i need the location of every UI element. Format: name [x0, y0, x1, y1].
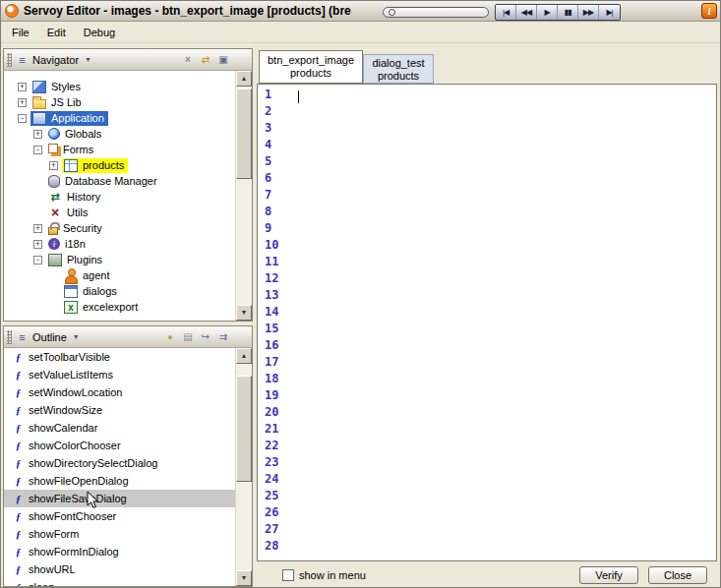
menu-debug[interactable]: Debug — [75, 23, 124, 42]
tree-item-js-lib[interactable]: +JS Lib — [4, 94, 235, 110]
sync-screen-icon[interactable] — [215, 52, 231, 67]
scroll-down-icon[interactable] — [236, 305, 252, 321]
scroll-up-icon[interactable] — [236, 71, 252, 87]
envelope-icon[interactable] — [180, 329, 196, 344]
tab-title: dialog_test — [364, 57, 433, 70]
scrollbar-thumb[interactable] — [236, 88, 252, 179]
tree-item-database-manager[interactable]: Database Manager — [4, 173, 235, 189]
outline-item-showformindialog[interactable]: showFormInDialog — [4, 543, 235, 560]
outline-item-showform[interactable]: showForm — [4, 525, 235, 543]
outline-item-showcolorchooser[interactable]: showColorChooser — [4, 437, 235, 454]
chevron-down-icon[interactable] — [85, 56, 91, 63]
tree-item-agent[interactable]: agent — [4, 267, 235, 283]
outline-label: showFontChooser — [29, 510, 116, 522]
line-number: 10 — [258, 238, 291, 255]
tree-item-utils[interactable]: Utils — [4, 205, 235, 220]
tab-title: btn_export_image — [260, 54, 362, 67]
navigator-toolbar — [180, 52, 231, 67]
menu-edit[interactable]: Edit — [38, 23, 75, 42]
link-with-editor-icon[interactable] — [198, 52, 213, 67]
fast-forward-button[interactable]: ▶▶ — [578, 5, 599, 20]
scroll-up-icon[interactable] — [236, 348, 252, 364]
tree-item-security[interactable]: +Security — [4, 220, 235, 236]
outline-label: setToolbarVisible — [29, 351, 110, 363]
tree-item-globals[interactable]: +Globals — [4, 126, 235, 142]
pause-button[interactable]: ▮▮ — [558, 5, 578, 20]
tree-item-products[interactable]: +products — [4, 157, 235, 173]
navigator-scrollbar[interactable] — [235, 71, 252, 321]
collapse-toggle[interactable]: - — [18, 114, 27, 123]
tree-item-plugins[interactable]: -Plugins — [4, 252, 235, 267]
tree-node: Security — [46, 221, 106, 236]
scrollbar-thumb[interactable] — [236, 376, 252, 482]
collapse-toggle[interactable]: - — [33, 146, 42, 154]
line-number: 25 — [258, 489, 291, 505]
left-column: Navigator +Styles+JS Lib-Application+Glo… — [3, 48, 253, 587]
database-icon — [48, 175, 60, 188]
tree-item-history[interactable]: History — [4, 189, 235, 205]
outline-item-showfilesavedialog[interactable]: showFileSaveDialog — [4, 490, 235, 507]
outline-item-setwindowlocation[interactable]: setWindowLocation — [4, 383, 235, 401]
outline-item-showdirectoryselectdialog[interactable]: showDirectorySelectDialog — [4, 454, 235, 472]
outline-item-settoolbarvisible[interactable]: setToolbarVisible — [4, 348, 235, 366]
scroll-down-icon[interactable] — [236, 570, 252, 586]
rewind-button[interactable]: ◀◀ — [516, 5, 537, 20]
tree-item-forms[interactable]: -Forms — [4, 142, 235, 157]
titlebar[interactable]: Servoy Editor - images - btn_export_imag… — [1, 1, 720, 22]
function-icon — [12, 440, 25, 451]
tree-label: excelexport — [81, 301, 140, 313]
outline-item-sleep[interactable]: sleep — [4, 578, 235, 586]
outline-item-showfontchooser[interactable]: showFontChooser — [4, 507, 235, 525]
outline-item-setwindowsize[interactable]: setWindowSize — [4, 401, 235, 419]
tree-item-application[interactable]: -Application — [4, 110, 235, 126]
slider-thumb-icon[interactable] — [389, 9, 395, 16]
tree-item-i18n[interactable]: +i18n — [4, 236, 235, 252]
verify-button[interactable]: Verify — [579, 566, 638, 584]
function-icon — [12, 351, 25, 363]
function-icon — [12, 581, 25, 586]
info-button[interactable]: i — [701, 3, 717, 19]
panel-grip-icon[interactable] — [7, 330, 12, 344]
outline-panel: Outline setToolbarVisiblesetValueListIte… — [3, 325, 253, 587]
play-button[interactable]: ▶ — [537, 5, 558, 20]
expand-toggle[interactable]: + — [33, 130, 42, 139]
tree-item-dialogs[interactable]: dialogs — [4, 283, 235, 299]
outline-item-showcalendar[interactable]: showCalendar — [4, 419, 235, 437]
outline-label: sleep — [29, 581, 54, 586]
filter-icon[interactable] — [215, 329, 231, 344]
outline-item-setvaluelistitems[interactable]: setValueListItems — [4, 366, 235, 383]
skip-to-end-button[interactable]: ▶| — [599, 5, 620, 20]
skip-to-start-button[interactable]: |◀ — [496, 5, 516, 20]
expand-toggle[interactable]: + — [33, 224, 42, 233]
outline-label: showColorChooser — [29, 440, 121, 451]
application-icon — [32, 112, 46, 125]
close-button[interactable]: Close — [648, 566, 707, 584]
tree-node: Plugins — [46, 253, 106, 267]
outline-scrollbar[interactable] — [235, 348, 252, 586]
panel-grip-icon[interactable] — [7, 53, 12, 67]
menu-file[interactable]: File — [3, 23, 38, 42]
excelexport-icon — [64, 301, 78, 314]
link-icon[interactable] — [198, 329, 213, 344]
expand-toggle[interactable]: + — [49, 161, 58, 170]
show-in-menu-checkbox[interactable] — [282, 569, 294, 581]
collapse-toggle[interactable]: - — [33, 256, 42, 265]
outline-item-showfileopendialog[interactable]: showFileOpenDialog — [4, 472, 235, 490]
expand-toggle[interactable]: + — [18, 83, 27, 91]
playback-slider[interactable] — [383, 7, 489, 18]
line-number-gutter: 1234567891011121314151617181920212223242… — [258, 88, 291, 556]
outline-item-showurl[interactable]: showURL — [4, 560, 235, 578]
tree-item-styles[interactable]: +Styles — [4, 79, 235, 94]
tab-btn-export-image[interactable]: btn_export_imageproducts — [259, 50, 363, 84]
line-number: 20 — [258, 405, 291, 422]
code-editor[interactable]: 1234567891011121314151617181920212223242… — [257, 84, 717, 561]
outline-label: showFileSaveDialog — [29, 493, 127, 504]
tab-dialog-test[interactable]: dialog_testproducts — [363, 54, 434, 84]
chevron-down-icon[interactable] — [73, 333, 80, 340]
expand-toggle[interactable]: + — [18, 98, 27, 107]
collapse-all-icon[interactable] — [180, 52, 196, 67]
tree-item-excelexport[interactable]: excelexport — [4, 299, 235, 315]
expand-toggle[interactable]: + — [33, 240, 42, 249]
tree-node: dialogs — [62, 284, 121, 299]
sort-icon[interactable] — [162, 329, 178, 344]
